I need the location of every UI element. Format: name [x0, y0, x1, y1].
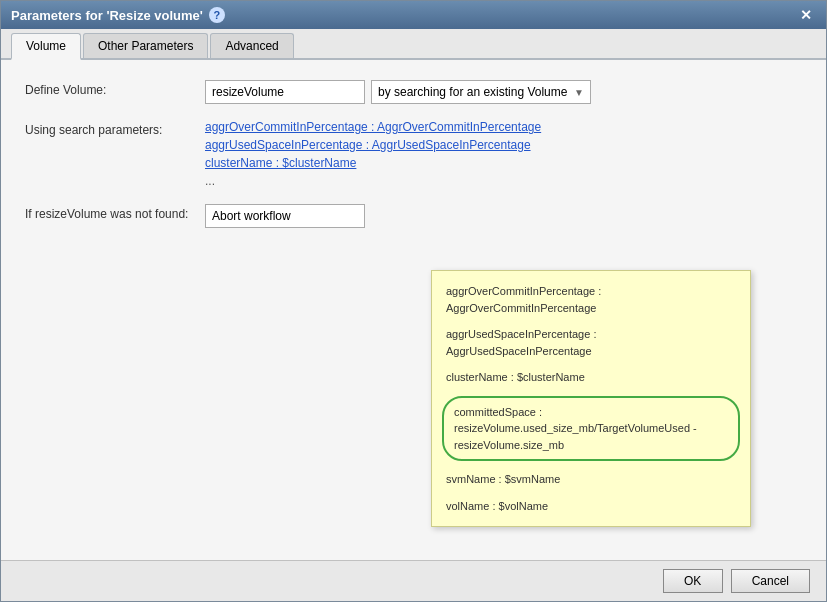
tooltip-popup: aggrOverCommitInPercentage :AggrOverComm…	[431, 270, 751, 527]
cancel-button[interactable]: Cancel	[731, 569, 810, 593]
tab-volume[interactable]: Volume	[11, 33, 81, 60]
dropdown-arrow-icon: ▼	[574, 87, 584, 98]
tab-advanced[interactable]: Advanced	[210, 33, 293, 58]
dialog-titlebar: Parameters for 'Resize volume' ? ✕	[1, 1, 826, 29]
if-not-found-input[interactable]	[205, 204, 365, 228]
dialog-title-area: Parameters for 'Resize volume' ?	[11, 7, 225, 23]
tooltip-entry-5: volName : $volName	[446, 498, 736, 515]
tab-bar: Volume Other Parameters Advanced	[1, 29, 826, 60]
define-volume-label: Define Volume:	[25, 80, 205, 97]
define-volume-controls: by searching for an existing Volume ▼	[205, 80, 591, 104]
search-params-row: Using search parameters: aggrOverCommitI…	[25, 120, 802, 188]
dialog-content: Define Volume: by searching for an exist…	[1, 60, 826, 560]
tooltip-entry-0: aggrOverCommitInPercentage :AggrOverComm…	[446, 283, 736, 316]
help-icon[interactable]: ?	[209, 7, 225, 23]
define-volume-input[interactable]	[205, 80, 365, 104]
dialog-footer: OK Cancel	[1, 560, 826, 601]
search-param-link-1[interactable]: aggrUsedSpaceInPercentage : AggrUsedSpac…	[205, 138, 541, 152]
search-param-link-0[interactable]: aggrOverCommitInPercentage : AggrOverCom…	[205, 120, 541, 134]
if-not-found-row: If resizeVolume was not found:	[25, 204, 802, 228]
tab-other-parameters[interactable]: Other Parameters	[83, 33, 208, 58]
close-button[interactable]: ✕	[796, 7, 816, 23]
search-params-ellipsis: ...	[205, 174, 541, 188]
if-not-found-label: If resizeVolume was not found:	[25, 204, 205, 221]
tooltip-entry-3-highlighted: committedSpace :resizeVolume.used_size_m…	[442, 396, 740, 462]
dialog-title: Parameters for 'Resize volume'	[11, 8, 203, 23]
search-param-link-2[interactable]: clusterName : $clusterName	[205, 156, 541, 170]
dropdown-label: by searching for an existing Volume	[378, 85, 567, 99]
tooltip-entry-2: clusterName : $clusterName	[446, 369, 736, 386]
tooltip-entry-1: aggrUsedSpaceInPercentage :AggrUsedSpace…	[446, 326, 736, 359]
ok-button[interactable]: OK	[663, 569, 723, 593]
define-volume-row: Define Volume: by searching for an exist…	[25, 80, 802, 104]
tooltip-entry-4: svmName : $svmName	[446, 471, 736, 488]
by-searching-dropdown[interactable]: by searching for an existing Volume ▼	[371, 80, 591, 104]
search-params-label: Using search parameters:	[25, 120, 205, 137]
search-params-list: aggrOverCommitInPercentage : AggrOverCom…	[205, 120, 541, 188]
dialog: Parameters for 'Resize volume' ? ✕ Volum…	[0, 0, 827, 602]
